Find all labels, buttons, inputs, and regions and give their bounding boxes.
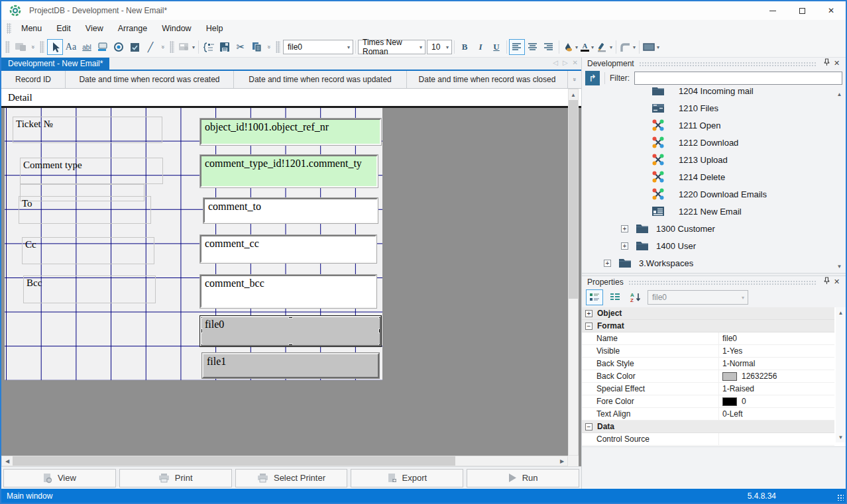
pin-icon[interactable] [822, 277, 832, 287]
scroll-down-icon[interactable]: ▼ [836, 432, 846, 442]
property-row-fore-color[interactable]: Fore Color 0 [582, 395, 834, 408]
bold-button[interactable]: B [457, 39, 473, 55]
resize-grip[interactable] [837, 494, 844, 501]
property-section-format[interactable]: − Format [582, 320, 834, 332]
menu-item-arrange[interactable]: Arrange [111, 22, 154, 35]
property-row-name[interactable]: Name file0 [582, 332, 834, 345]
menu-item-view[interactable]: View [78, 22, 111, 35]
tree-item-1400-user[interactable]: + 1400 User [582, 237, 846, 254]
expand-icon[interactable]: + [621, 242, 628, 250]
field-object-ref[interactable]: object_id!1001.object_ref_nr [200, 119, 381, 145]
align-left-button[interactable] [509, 39, 525, 55]
cut-button[interactable]: ✂ [233, 39, 249, 55]
button-tool-button[interactable] [95, 39, 111, 55]
property-value[interactable]: file0 [718, 332, 834, 344]
view-button[interactable]: View [3, 469, 116, 487]
tree-item-1211-open[interactable]: 1211 Open [582, 117, 846, 134]
scroll-up-icon[interactable]: ▲ [836, 307, 846, 318]
select-pointer-button[interactable] [47, 39, 63, 55]
property-value[interactable] [718, 433, 834, 445]
tree-item-1300-customer[interactable]: + 1300 Customer [582, 220, 846, 237]
property-row-special-effect[interactable]: Special Effect 1-Raised [582, 383, 834, 395]
tree-item-1221-new-email[interactable]: 1221 New Email [582, 203, 846, 220]
italic-button[interactable]: I [473, 39, 488, 55]
field-comment-to[interactable]: comment_to [203, 198, 378, 223]
categorized-view-button[interactable] [586, 289, 603, 305]
export-button[interactable]: Export [351, 469, 463, 487]
border-style-button[interactable]: ▾ [618, 39, 637, 55]
collapse-icon[interactable]: − [585, 423, 593, 430]
expand-icon[interactable]: + [621, 225, 628, 232]
column-header-created[interactable]: Date and time when record was created [66, 71, 234, 88]
scrollbar-thumb[interactable] [569, 100, 578, 299]
locate-object-button[interactable]: ↱ [585, 71, 600, 85]
scroll-up-icon[interactable]: ▲ [569, 89, 578, 100]
toolbar-grip[interactable] [40, 41, 44, 53]
scroll-up-icon[interactable]: ▲ [834, 89, 844, 99]
field-comment-type[interactable]: comment_type_id!1201.comment_ty [200, 155, 378, 187]
selection-handle[interactable] [288, 316, 293, 319]
column-header-record-id[interactable]: Record ID [1, 71, 66, 88]
tree-item-1204-incoming-mail[interactable]: 1204 Incoming mail [582, 87, 846, 99]
field-comment-bcc[interactable]: comment_bcc [200, 275, 376, 308]
selection-handle[interactable] [378, 316, 381, 319]
tree-item-1213-upload[interactable]: 1213 Upload [582, 151, 846, 168]
scroll-right-icon[interactable]: ▶ [557, 456, 567, 466]
label-comment-type[interactable]: Comment type [20, 158, 163, 184]
property-section-data[interactable]: − Data [582, 421, 834, 433]
save-button[interactable] [217, 39, 233, 55]
menu-item-menu[interactable]: Menu [14, 22, 49, 35]
toolbar-overflow-icon[interactable]: » [264, 44, 273, 50]
image-tool-button[interactable] [13, 39, 28, 55]
tab-scroll-left-icon[interactable]: ◁ [553, 59, 558, 66]
underline-button[interactable]: U [488, 39, 504, 55]
selection-handle[interactable] [200, 344, 203, 346]
tab-scroll-right-icon[interactable]: ▷ [563, 59, 568, 66]
tab-development-new-email[interactable]: Development - New Email* [1, 58, 109, 70]
menu-item-edit[interactable]: Edit [49, 22, 78, 35]
alphabetical-view-button[interactable] [606, 289, 624, 305]
align-right-button[interactable] [541, 39, 557, 55]
close-icon[interactable]: ✕ [832, 277, 842, 287]
scroll-down-icon[interactable]: ▼ [834, 261, 844, 272]
selection-handle[interactable] [378, 344, 381, 346]
outline-view-button[interactable] [201, 39, 217, 55]
font-name-combo[interactable]: Times New Roman▾ [358, 40, 425, 54]
form-view-button[interactable]: ▾ [177, 39, 196, 55]
property-row-back-color[interactable]: Back Color 12632256 [582, 370, 834, 383]
menu-item-help[interactable]: Help [199, 22, 231, 35]
design-horizontal-scrollbar[interactable]: ◀ ▶ [1, 456, 568, 466]
expand-icon[interactable]: + [585, 310, 593, 317]
tree-scrollbar[interactable]: ▲ ▼ [834, 89, 844, 272]
filter-input[interactable] [634, 72, 842, 85]
fill-color-button[interactable]: ▾ [561, 39, 579, 55]
toolbar-grip[interactable] [170, 41, 174, 53]
checkbox-tool-button[interactable] [127, 39, 142, 55]
select-printer-button[interactable]: Select Printer [235, 469, 348, 487]
selection-handle[interactable] [378, 328, 381, 333]
expand-icon[interactable]: + [604, 260, 611, 267]
property-row-visible[interactable]: Visible 1-Yes [582, 345, 834, 358]
column-header-updated[interactable]: Date and time when record was updated [234, 71, 407, 88]
properties-panel-header[interactable]: Properties ✕ [582, 276, 846, 287]
line-tool-button[interactable]: ╱ [142, 39, 158, 55]
property-value[interactable]: 1-Normal [718, 358, 834, 370]
minimize-button[interactable] [758, 1, 787, 20]
close-icon[interactable]: ✕ [832, 58, 842, 68]
tab-close-icon[interactable]: ✕ [573, 59, 578, 66]
property-row-control-source[interactable]: Control Source [582, 433, 834, 446]
toolbar-overflow-icon[interactable]: » [28, 44, 37, 50]
tree-item-3-workspaces[interactable]: + 3.Workspaces [582, 254, 846, 272]
tree-item-1212-download[interactable]: 1212 Download [582, 134, 846, 151]
pin-icon[interactable] [822, 58, 832, 69]
property-row-back-style[interactable]: Back Style 1-Normal [582, 358, 834, 370]
property-value[interactable]: 1-Yes [718, 345, 834, 357]
maximize-button[interactable] [787, 1, 817, 20]
toolbar-grip[interactable] [5, 41, 10, 53]
properties-scrollbar[interactable]: ▲ ▼ [836, 307, 846, 442]
label-to[interactable]: To [19, 196, 151, 224]
scroll-left-icon[interactable]: ◀ [2, 456, 13, 466]
design-vertical-scrollbar[interactable]: ▲ [568, 89, 579, 456]
menu-item-window[interactable]: Window [154, 22, 198, 35]
property-value[interactable]: 0-Left [718, 408, 834, 420]
